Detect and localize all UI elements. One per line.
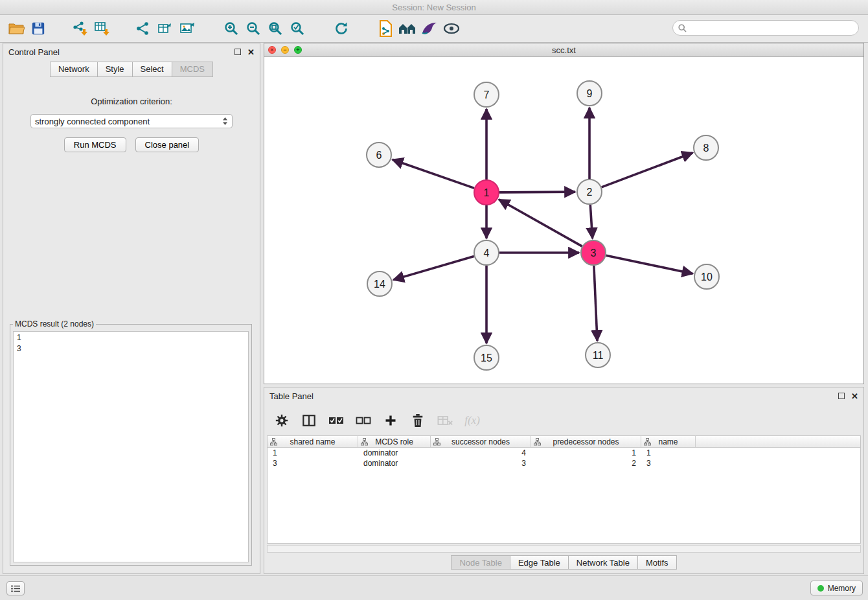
export-image-button[interactable] [176, 17, 198, 40]
search-input[interactable] [690, 23, 853, 32]
search-box[interactable] [672, 20, 859, 36]
table-settings-button[interactable] [273, 412, 290, 429]
tab-edge-table[interactable]: Edge Table [510, 555, 568, 570]
float-panel-icon[interactable] [234, 49, 241, 55]
table-cell[interactable]: 1 [531, 448, 641, 458]
table-cell[interactable]: 1 [641, 448, 696, 458]
save-session-button[interactable] [27, 17, 49, 40]
tab-style[interactable]: Style [97, 62, 132, 77]
close-table-panel-icon[interactable]: ✕ [851, 391, 858, 401]
table-horizontal-scrollbar[interactable] [267, 545, 861, 553]
node-label-11: 11 [593, 350, 604, 361]
close-panel-icon[interactable]: ✕ [247, 47, 255, 57]
table-cell[interactable]: 2 [531, 458, 641, 468]
function-builder-button: f(x) [464, 412, 481, 429]
zoom-in-button[interactable] [220, 17, 242, 40]
table-cell[interactable]: 1 [268, 448, 358, 458]
delete-column-button[interactable] [409, 412, 426, 429]
node-table: shared nameMCDS rolesuccessor nodesprede… [267, 435, 861, 544]
node-label-7: 7 [484, 89, 490, 100]
table-cell[interactable]: dominator [358, 458, 431, 468]
tab-select[interactable]: Select [132, 62, 172, 77]
column-header-label: MCDS role [375, 437, 413, 446]
dropdown-arrows-icon [222, 117, 228, 126]
close-window-button[interactable]: × [268, 46, 276, 54]
export-network-button[interactable] [132, 17, 154, 40]
tab-mcds[interactable]: MCDS [172, 62, 213, 77]
network-from-file-icon [378, 20, 393, 37]
tab-network[interactable]: Network [50, 62, 97, 77]
table-cell[interactable]: 3 [431, 458, 531, 468]
column-sort-icon [433, 438, 440, 446]
edge-2-8[interactable] [602, 153, 693, 187]
show-hide-graphics-button[interactable] [440, 17, 463, 40]
zoom-fit-button[interactable] [264, 17, 286, 40]
column-header-name[interactable]: name [641, 436, 696, 447]
close-panel-button[interactable]: Close panel [135, 137, 200, 152]
apply-style-button[interactable] [418, 17, 440, 40]
delete-table-icon [437, 415, 453, 426]
optimization-dropdown[interactable]: strongly connected component [30, 114, 233, 128]
import-table-button[interactable] [91, 17, 113, 40]
memory-button-label: Memory [828, 584, 856, 593]
control-panel-tabs: NetworkStyleSelectMCDS [3, 62, 260, 77]
add-column-button[interactable] [382, 412, 399, 429]
zoom-out-button[interactable] [242, 17, 264, 40]
node-label-6: 6 [376, 150, 382, 161]
table-cell[interactable]: 3 [268, 458, 358, 468]
column-header-successor-nodes[interactable]: successor nodes [431, 436, 531, 447]
zoom-selected-icon [290, 21, 305, 36]
deselect-all-columns-button[interactable] [355, 412, 372, 429]
table-row[interactable]: 3dominator323 [268, 458, 860, 468]
window-titlebar[interactable]: Session: New Session [0, 0, 868, 15]
show-columns-icon [302, 413, 316, 428]
node-label-14: 14 [374, 279, 385, 290]
column-header-shared-name[interactable]: shared name [268, 436, 358, 447]
show-columns-button[interactable] [301, 412, 317, 429]
network-graph[interactable]: 7968124314101511 [264, 57, 863, 384]
edge-1-2[interactable] [499, 192, 575, 192]
status-list-button[interactable] [6, 581, 25, 595]
import-network-button[interactable] [69, 17, 91, 40]
node-label-8: 8 [703, 143, 709, 154]
run-mcds-button[interactable]: Run MCDS [64, 137, 126, 152]
refresh-button[interactable] [330, 17, 352, 40]
edge-1-6[interactable] [393, 159, 474, 188]
open-file-button[interactable] [5, 17, 27, 40]
edge-4-14[interactable] [393, 257, 474, 280]
table-toolbar: f(x) [264, 407, 863, 434]
node-label-1: 1 [484, 187, 490, 198]
edge-3-1[interactable] [499, 200, 582, 246]
zoom-selected-button[interactable] [286, 17, 308, 40]
deselect-all-columns-icon [356, 415, 371, 426]
first-neighbors-button[interactable] [396, 17, 418, 40]
select-all-columns-button[interactable] [328, 412, 345, 429]
table-body: 1dominator4113dominator323 [268, 448, 860, 468]
float-table-panel-icon[interactable] [838, 393, 845, 399]
mcds-result-text[interactable]: 1 3 [13, 331, 249, 562]
tab-network-table[interactable]: Network Table [568, 555, 637, 570]
node-label-9: 9 [587, 88, 593, 99]
table-cell[interactable]: 3 [641, 458, 696, 468]
table-panel: Table Panel ✕ f(x) shared nameMCDS roles… [264, 387, 864, 574]
zoom-window-button[interactable]: + [294, 46, 302, 54]
column-header-MCDS-role[interactable]: MCDS role [358, 436, 431, 447]
minimize-window-button[interactable]: − [281, 46, 289, 54]
apply-style-icon [421, 21, 438, 36]
status-bar: Memory [0, 575, 868, 600]
export-table-button[interactable] [154, 17, 176, 40]
tab-motifs[interactable]: Motifs [637, 555, 677, 570]
edge-3-11[interactable] [594, 266, 597, 341]
network-window-titlebar[interactable]: × − + scc.txt [264, 43, 863, 57]
table-row[interactable]: 1dominator411 [268, 448, 860, 458]
memory-button[interactable]: Memory [810, 581, 863, 595]
tab-node-table[interactable]: Node Table [451, 555, 510, 570]
edge-2-3[interactable] [590, 205, 592, 238]
table-cell[interactable]: dominator [358, 448, 431, 458]
edge-3-10[interactable] [606, 255, 693, 273]
network-from-file-button[interactable] [374, 17, 396, 40]
column-header-predecessor-nodes[interactable]: predecessor nodes [531, 436, 641, 447]
table-cell[interactable]: 4 [431, 448, 531, 458]
node-label-2: 2 [587, 187, 593, 198]
optimization-dropdown-value: strongly connected component [35, 117, 222, 126]
